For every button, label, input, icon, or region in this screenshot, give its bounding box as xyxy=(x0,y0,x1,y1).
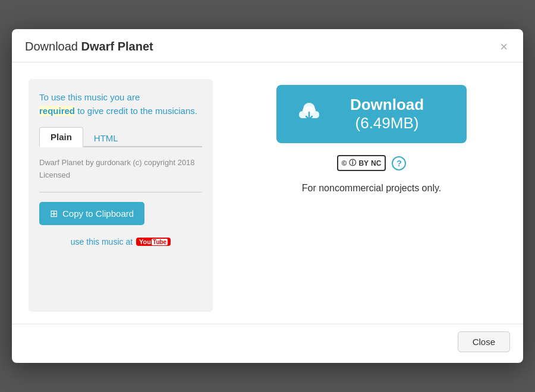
modal-header: Download Dwarf Planet × xyxy=(12,29,523,62)
left-panel: To use this music you are required to gi… xyxy=(29,79,213,312)
youtube-badge[interactable]: YouTube xyxy=(136,238,171,246)
modal-dialog: Download Dwarf Planet × To use this musi… xyxy=(12,29,523,363)
download-button[interactable]: Download (6.49MB) xyxy=(276,85,467,143)
license-help-icon[interactable]: ? xyxy=(392,156,406,170)
license-row: © ⓘ BY NC ? xyxy=(337,155,407,171)
copy-to-clipboard-button[interactable]: ⊞ Copy to Clipboard xyxy=(39,202,144,225)
modal-body: To use this music you are required to gi… xyxy=(12,62,523,324)
modal-close-x-button[interactable]: × xyxy=(498,40,510,53)
credit-notice: To use this music you are required to gi… xyxy=(39,91,202,118)
clipboard-icon: ⊞ xyxy=(50,208,58,219)
modal-title: Download Dwarf Planet xyxy=(25,40,153,53)
modal-footer: Close xyxy=(12,324,523,363)
right-panel: Download (6.49MB) © ⓘ BY NC ? For noncom… xyxy=(237,79,506,312)
required-word: required xyxy=(39,106,75,116)
creative-commons-badge: © ⓘ BY NC xyxy=(337,155,386,171)
close-button[interactable]: Close xyxy=(458,331,510,352)
credit-text-content: Dwarf Planet by gurdonark (c) copyright … xyxy=(39,157,202,192)
tab-plain[interactable]: Plain xyxy=(39,127,83,147)
cloud-download-icon xyxy=(298,103,320,126)
tab-html[interactable]: HTML xyxy=(83,129,129,147)
youtube-row: use this music at YouTube xyxy=(39,237,202,246)
noncommercial-notice: For noncommercial projects only. xyxy=(302,183,441,194)
format-tabs: Plain HTML xyxy=(39,127,202,147)
